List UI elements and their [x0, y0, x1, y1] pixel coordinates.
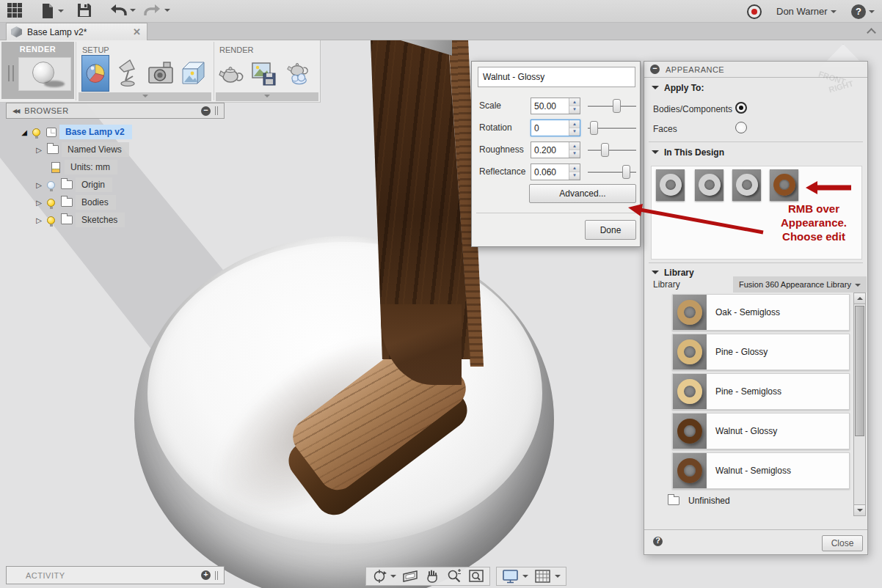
spin-down-icon[interactable]: ▼: [569, 106, 580, 114]
panel-help-icon[interactable]: ?: [653, 537, 663, 546]
scene-settings-tool-button[interactable]: [114, 55, 142, 92]
expand-icon[interactable]: ▷: [34, 216, 44, 224]
appearance-tool-button[interactable]: [81, 55, 109, 92]
look-at-button[interactable]: [401, 567, 420, 585]
expand-icon[interactable]: ▷: [34, 181, 44, 189]
tree-row-units[interactable]: Units: mm: [6, 158, 225, 176]
slider-thumb[interactable]: [613, 99, 621, 113]
data-panel-toggle-button[interactable]: [7, 3, 23, 19]
close-panel-button[interactable]: Close: [822, 535, 863, 551]
faces-radio[interactable]: [735, 122, 747, 133]
tree-label[interactable]: Origin: [76, 177, 112, 192]
pan-button[interactable]: [423, 567, 442, 585]
close-tab-icon[interactable]: ✕: [131, 26, 142, 37]
panel-grip[interactable]: [215, 106, 218, 115]
spin-up-icon[interactable]: ▲: [569, 120, 580, 128]
library-item-walnut-glossy[interactable]: Walnut - Glossy: [672, 413, 850, 449]
render-group-dropdown[interactable]: [216, 92, 318, 101]
apply-to-section-header[interactable]: Apply To:: [652, 83, 704, 93]
scale-input[interactable]: [531, 98, 569, 114]
reflectance-spinner[interactable]: ▲▼: [531, 163, 580, 180]
orbit-button[interactable]: [370, 567, 398, 585]
help-menu[interactable]: ?: [851, 0, 875, 23]
rotation-spinner[interactable]: ▲▼: [531, 120, 580, 136]
tree-label-root[interactable]: Base Lamp v2: [59, 125, 132, 139]
swatch-chrome-1[interactable]: [656, 169, 685, 201]
spin-down-icon[interactable]: ▼: [569, 172, 580, 180]
unfinished-folder-item[interactable]: Unfinished: [665, 496, 730, 506]
reflectance-slider[interactable]: [588, 163, 636, 180]
rotation-slider[interactable]: [588, 120, 636, 136]
reflectance-input[interactable]: [531, 164, 569, 180]
spinner-buttons[interactable]: ▲▼: [569, 164, 580, 180]
visibility-bulb-icon[interactable]: [47, 181, 55, 189]
library-item-walnut-semigloss[interactable]: Walnut - Semigloss: [672, 452, 850, 489]
tree-row-bodies[interactable]: ▷ Bodies: [6, 194, 225, 211]
collapse-toolbar-chevron[interactable]: [867, 28, 876, 37]
material-name-input[interactable]: [478, 67, 635, 87]
scale-slider[interactable]: [588, 98, 636, 114]
spinner-buttons[interactable]: ▲▼: [569, 120, 580, 136]
visibility-bulb-icon[interactable]: [32, 128, 40, 136]
spinner-buttons[interactable]: ▲▼: [569, 142, 580, 158]
slider-thumb[interactable]: [601, 143, 609, 157]
spin-down-icon[interactable]: ▼: [569, 128, 580, 136]
tree-label[interactable]: Sketches: [76, 213, 125, 227]
display-settings-button[interactable]: [500, 567, 530, 585]
expand-icon[interactable]: ▷: [34, 199, 44, 207]
expand-activity-icon[interactable]: +: [201, 570, 211, 580]
tree-label[interactable]: Named Views: [62, 142, 129, 157]
capture-render-button[interactable]: [250, 55, 278, 92]
panel-grip[interactable]: [215, 571, 218, 580]
tree-row-origin[interactable]: ▷ Origin: [6, 176, 225, 194]
in-canvas-render-button[interactable]: [217, 55, 245, 92]
tree-row-named-views[interactable]: ▷ Named Views: [6, 141, 225, 158]
scale-spinner[interactable]: ▲▼: [531, 98, 580, 114]
undo-button[interactable]: [109, 3, 136, 18]
capture-image-button[interactable]: [747, 0, 762, 23]
render-settings-tool-button[interactable]: [147, 55, 175, 92]
roughness-slider[interactable]: [588, 142, 636, 158]
texture-map-tool-button[interactable]: [179, 55, 207, 92]
save-button[interactable]: [77, 3, 92, 18]
spinner-buttons[interactable]: ▲▼: [569, 98, 580, 114]
slider-thumb[interactable]: [590, 121, 598, 135]
expand-icon[interactable]: ▷: [34, 146, 44, 154]
library-item-pine-glossy[interactable]: Pine - Glossy: [672, 334, 850, 370]
redo-button[interactable]: [144, 3, 170, 18]
in-this-design-section-header[interactable]: In This Design: [652, 147, 724, 158]
document-tab[interactable]: Base Lamp v2* ✕: [6, 23, 147, 40]
zoom-button[interactable]: [445, 567, 464, 585]
user-menu[interactable]: Don Warner: [776, 0, 837, 23]
minimize-panel-icon[interactable]: −: [201, 106, 211, 116]
roughness-input[interactable]: [531, 142, 569, 158]
spin-up-icon[interactable]: ▲: [569, 164, 580, 172]
file-menu-button[interactable]: [40, 3, 64, 19]
rotation-input[interactable]: [531, 120, 569, 136]
swatch-chrome-2[interactable]: [695, 169, 724, 201]
tree-row-root[interactable]: ◢ Base Lamp v2: [6, 123, 225, 141]
tree-label[interactable]: Bodies: [76, 195, 116, 210]
library-dropdown[interactable]: Fusion 360 Appearance Library: [733, 276, 867, 293]
advanced-button[interactable]: Advanced...: [529, 184, 636, 203]
expand-icon[interactable]: ◢: [19, 128, 29, 136]
spin-up-icon[interactable]: ▲: [569, 142, 580, 150]
bodies-components-radio[interactable]: [735, 102, 747, 114]
swatch-walnut[interactable]: [770, 169, 798, 201]
done-button[interactable]: Done: [585, 220, 636, 240]
browser-header[interactable]: ◀◀ BROWSER −: [6, 103, 225, 119]
spin-up-icon[interactable]: ▲: [569, 98, 580, 106]
scroll-up-button[interactable]: [854, 293, 865, 304]
minimize-panel-icon[interactable]: −: [650, 65, 660, 74]
library-item-pine-semigloss[interactable]: Pine - Semigloss: [672, 373, 850, 410]
cloud-render-button[interactable]: [283, 55, 311, 92]
scroll-down-button[interactable]: [854, 504, 865, 515]
tree-label[interactable]: Units: mm: [65, 160, 117, 174]
slider-thumb[interactable]: [622, 165, 630, 179]
swatch-chrome-3[interactable]: [732, 169, 761, 201]
scrollbar-thumb[interactable]: [855, 306, 864, 436]
fit-button[interactable]: [467, 567, 486, 585]
collapse-panel-icon[interactable]: ◀◀: [12, 108, 18, 114]
setup-group-dropdown[interactable]: [79, 92, 211, 101]
grid-layout-button[interactable]: [533, 567, 562, 585]
